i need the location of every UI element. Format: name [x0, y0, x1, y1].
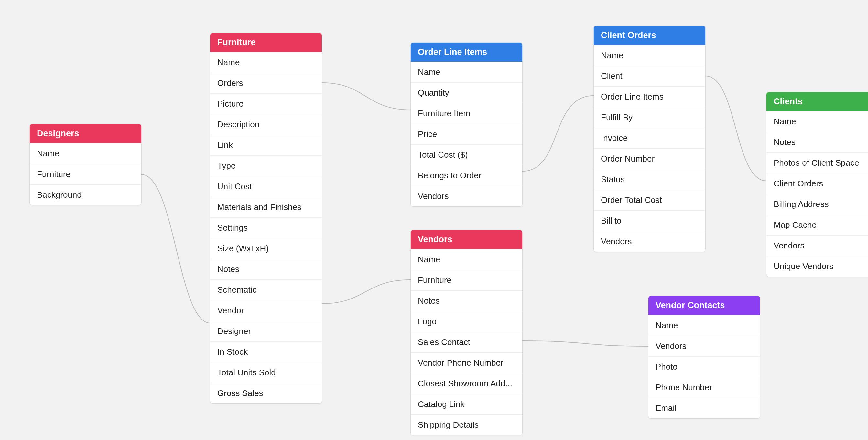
field-row[interactable]: Status	[594, 169, 705, 190]
field-row[interactable]: Schematic	[210, 279, 322, 300]
field-row[interactable]: Vendor Phone Number	[411, 352, 522, 373]
field-row[interactable]: Vendors	[594, 231, 705, 252]
field-row[interactable]: Order Number	[594, 148, 705, 169]
field-row[interactable]: Settings	[210, 217, 322, 238]
field-row[interactable]: Invoice	[594, 128, 705, 148]
field-row[interactable]: Bill to	[594, 210, 705, 231]
field-row[interactable]: Picture	[210, 93, 322, 114]
table-header[interactable]: Client Orders	[594, 26, 705, 45]
field-row[interactable]: Quantity	[411, 82, 522, 103]
field-row[interactable]: Closest Showroom Add...	[411, 373, 522, 394]
field-row[interactable]: Name	[30, 143, 141, 164]
field-row[interactable]: Furniture	[411, 270, 522, 291]
field-row[interactable]: Map Cache	[767, 214, 868, 235]
field-row[interactable]: Total Units Sold	[210, 362, 322, 383]
field-row[interactable]: Vendors	[411, 186, 522, 206]
field-row[interactable]: Email	[648, 398, 760, 418]
table-order-line-items[interactable]: Order Line Items Name Quantity Furniture…	[411, 43, 522, 206]
field-row[interactable]: Link	[210, 135, 322, 156]
field-row[interactable]: Name	[767, 111, 868, 132]
field-row[interactable]: Orders	[210, 73, 322, 93]
field-row[interactable]: Materials and Finishes	[210, 197, 322, 217]
schema-canvas[interactable]: Designers Name Furniture Background Furn…	[0, 0, 868, 440]
table-clients[interactable]: Clients Name Notes Photos of Client Spac…	[767, 92, 868, 276]
field-row[interactable]: Client Orders	[767, 173, 868, 194]
field-row[interactable]: Shipping Details	[411, 414, 522, 435]
field-row[interactable]: Vendor	[210, 300, 322, 321]
field-row[interactable]: Client	[594, 66, 705, 86]
table-vendor-contacts[interactable]: Vendor Contacts Name Vendors Photo Phone…	[648, 296, 760, 418]
table-vendors[interactable]: Vendors Name Furniture Notes Logo Sales …	[411, 230, 522, 435]
field-row[interactable]: Billing Address	[767, 194, 868, 214]
table-header[interactable]: Vendors	[411, 230, 522, 249]
field-row[interactable]: Notes	[210, 259, 322, 279]
field-row[interactable]: Designer	[210, 321, 322, 341]
field-row[interactable]: Size (WxLxH)	[210, 238, 322, 259]
field-row[interactable]: Notes	[767, 132, 868, 153]
field-row[interactable]: Furniture Item	[411, 103, 522, 124]
table-client-orders[interactable]: Client Orders Name Client Order Line Ite…	[594, 26, 705, 252]
field-row[interactable]: Vendors	[648, 336, 760, 356]
field-row[interactable]: Order Total Cost	[594, 190, 705, 210]
field-row[interactable]: Notes	[411, 291, 522, 311]
field-row[interactable]: Belongs to Order	[411, 165, 522, 186]
field-row[interactable]: Sales Contact	[411, 332, 522, 352]
field-row[interactable]: Catalog Link	[411, 394, 522, 414]
field-row[interactable]: Photo	[648, 356, 760, 377]
field-row[interactable]: Name	[411, 249, 522, 270]
table-header[interactable]: Furniture	[210, 33, 322, 52]
field-row[interactable]: Name	[411, 62, 522, 82]
field-row[interactable]: Name	[210, 52, 322, 73]
table-designers[interactable]: Designers Name Furniture Background	[30, 124, 141, 205]
field-row[interactable]: Photos of Client Space	[767, 153, 868, 173]
field-row[interactable]: Gross Sales	[210, 383, 322, 404]
field-row[interactable]: Background	[30, 184, 141, 205]
field-row[interactable]: Logo	[411, 311, 522, 332]
field-row[interactable]: Vendors	[767, 235, 868, 256]
field-row[interactable]: Phone Number	[648, 377, 760, 398]
table-header[interactable]: Clients	[767, 92, 868, 111]
field-row[interactable]: Order Line Items	[594, 86, 705, 107]
field-row[interactable]: In Stock	[210, 341, 322, 362]
field-row[interactable]: Type	[210, 156, 322, 176]
field-row[interactable]: Name	[594, 45, 705, 66]
field-row[interactable]: Unit Cost	[210, 176, 322, 197]
field-row[interactable]: Unique Vendors	[767, 256, 868, 276]
table-header[interactable]: Order Line Items	[411, 43, 522, 62]
table-furniture[interactable]: Furniture Name Orders Picture Descriptio…	[210, 33, 322, 404]
field-row[interactable]: Name	[648, 315, 760, 336]
field-row[interactable]: Total Cost ($)	[411, 144, 522, 165]
table-header[interactable]: Vendor Contacts	[648, 296, 760, 315]
field-row[interactable]: Fulfill By	[594, 107, 705, 128]
field-row[interactable]: Description	[210, 114, 322, 135]
table-header[interactable]: Designers	[30, 124, 141, 143]
field-row[interactable]: Furniture	[30, 164, 141, 184]
field-row[interactable]: Price	[411, 124, 522, 144]
